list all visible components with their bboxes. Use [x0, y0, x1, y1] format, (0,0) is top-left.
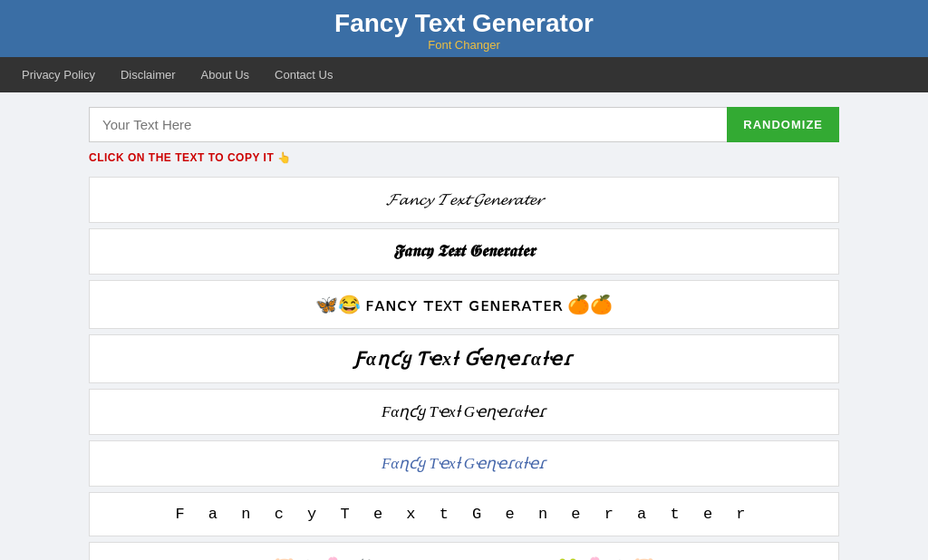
result-item-8[interactable]: 🐷 ★ 🌸 🦋 Fancy Text Generater 🐸 🌸 ★ 🐷: [89, 542, 839, 560]
nav-about-us[interactable]: About Us: [188, 57, 262, 92]
main-content: RANDOMIZE CLICK ON THE TEXT TO COPY IT 👆…: [74, 92, 854, 560]
click-hint: CLICK ON THE TEXT TO COPY IT 👆: [89, 151, 839, 164]
result-item-1[interactable]: 𝓕𝓪𝓷𝓬𝔂 𝓣𝓮𝔁𝓽 𝓖𝓮𝓷𝓮𝓻𝓪𝓽𝓮𝓻: [89, 177, 839, 223]
main-nav: Privacy Policy Disclaimer About Us Conta…: [0, 57, 928, 92]
results-list: 𝓕𝓪𝓷𝓬𝔂 𝓣𝓮𝔁𝓽 𝓖𝓮𝓷𝓮𝓻𝓪𝓽𝓮𝓻𝕱𝖆𝖓𝖈𝖞 𝕿𝖊𝖝𝖙 𝕲𝖊𝖓𝖊𝖗𝖆𝖙𝖊𝖗…: [89, 177, 839, 560]
result-item-3[interactable]: 🦋😂 ꜰᴀɴᴄʏ ᴛᴇxᴛ ɢᴇɴᴇʀᴀᴛᴇʀ 🍊🍊: [89, 280, 839, 329]
randomize-button[interactable]: RANDOMIZE: [727, 107, 839, 142]
result-item-7[interactable]: F a n c y T e x t G e n e r a t e r: [89, 492, 839, 536]
text-input[interactable]: [89, 107, 727, 142]
site-subtitle: Font Changer: [0, 38, 928, 52]
result-item-5[interactable]: Fαɳƈყ Tҽxƚ Gҽɳҽɾαƚҽɾ: [89, 389, 839, 435]
nav-contact-us[interactable]: Contact Us: [262, 57, 345, 92]
site-title: Fancy Text Generator: [0, 9, 928, 38]
nav-disclaimer[interactable]: Disclaimer: [108, 57, 188, 92]
search-row: RANDOMIZE: [89, 107, 839, 142]
nav-privacy-policy[interactable]: Privacy Policy: [9, 57, 108, 92]
result-item-6[interactable]: Fαɳƈყ Tҽxƚ Gҽɳҽɾαƚҽɾ: [89, 440, 839, 487]
result-item-2[interactable]: 𝕱𝖆𝖓𝖈𝖞 𝕿𝖊𝖝𝖙 𝕲𝖊𝖓𝖊𝖗𝖆𝖙𝖊𝖗: [89, 228, 839, 275]
site-header: Fancy Text Generator Font Changer: [0, 0, 928, 57]
result-item-4[interactable]: Ƒαɳƈყ Ƭҽxƚ Ɠҽɳҽɾαƚҽɾ: [89, 334, 839, 383]
